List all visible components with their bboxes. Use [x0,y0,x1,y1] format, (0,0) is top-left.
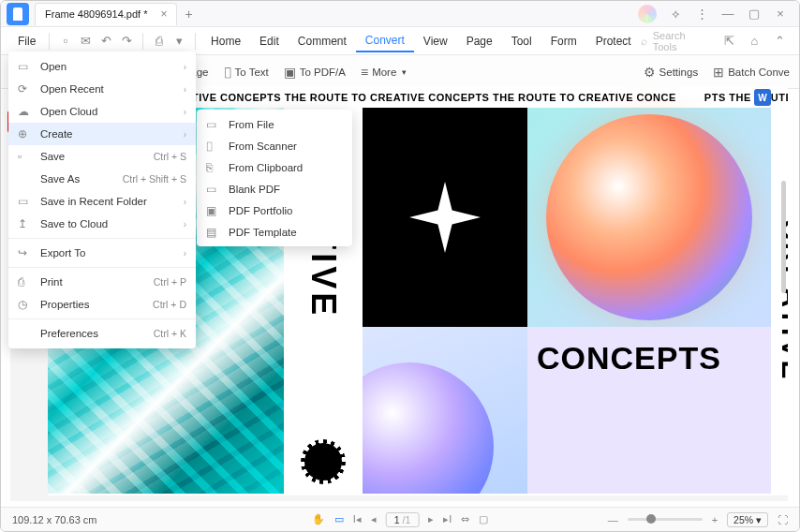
menu-item-icon: ▤ [206,226,219,239]
fullscreen-icon[interactable]: ⛶ [778,514,788,525]
dropdown-icon[interactable]: ▾ [170,34,190,48]
window-controls: ⟡ ⋮ — ▢ × [638,5,799,23]
tab-title: Frame 48096914.pdf * [45,8,147,20]
share-icon[interactable]: ⇱ [719,34,739,48]
to-text-button[interactable]: ⌷To Text [224,65,269,80]
next-page-icon[interactable]: ▸ [428,513,434,525]
prev-page-icon[interactable]: ◂ [371,513,377,525]
concepts-text: CONCEPTS [537,340,721,377]
menu-item-icon: ☁ [18,105,31,118]
file-menu-save-in-recent-folder[interactable]: ▭Save in Recent Folder› [8,190,196,213]
settings-button[interactable]: ⚙Settings [644,65,699,80]
cloud-icon[interactable]: ⌂ [745,34,764,48]
menu-item-icon: ▫ [18,150,31,163]
create-menu-from-scanner[interactable]: ⌷From Scanner [197,135,352,156]
menu-home[interactable]: Home [201,31,250,52]
create-menu-pdf-portfolio[interactable]: ▣PDF Portfolio [197,200,352,221]
file-menu-export-to[interactable]: ↪Export To› [8,242,196,264]
file-menu-open-cloud[interactable]: ☁Open Cloud› [8,100,196,123]
menu-item-icon: ⟳ [18,82,31,96]
sphere-art [546,114,752,320]
search-tools[interactable]: ⌕ Search Tools ⇱ ⌂ ⌃ [641,30,790,52]
menu-item-icon: ↥ [18,217,31,230]
file-menu-preferences[interactable]: PreferencesCtrl + K [8,322,196,345]
file-menu-open-recent[interactable]: ⟳Open Recent› [8,78,196,100]
new-tab-button[interactable]: + [185,7,192,22]
menu-edit[interactable]: Edit [250,31,289,52]
menu-item-icon: ⎘ [206,161,219,174]
menu-form[interactable]: Form [541,31,586,52]
menu-tool[interactable]: Tool [502,31,541,52]
kebab-icon[interactable]: ⋮ [694,7,709,21]
menu-item-icon: ⎙ [18,275,31,288]
file-menu-save-as[interactable]: Save AsCtrl + Shift + S [8,168,196,190]
search-placeholder: Search Tools [653,30,704,52]
pdfa-icon: ▣ [284,65,296,80]
menu-item-icon: ▣ [206,204,219,217]
chevron-right-icon: › [184,248,186,259]
more-icon: ≡ [361,65,368,80]
close-button[interactable]: × [773,7,788,21]
create-menu-from-file[interactable]: ▭From File [197,113,352,135]
file-menu-save[interactable]: ▫SaveCtrl + S [8,145,196,168]
save-icon[interactable]: ▫ [55,34,76,48]
search-icon: ⌕ [641,35,647,48]
fit-page-icon[interactable]: ▢ [479,513,488,525]
gear-icon: ⚙ [644,65,656,80]
chevron-right-icon: › [184,197,186,207]
to-pdfa-button[interactable]: ▣To PDF/A [284,65,346,80]
tab-close-icon[interactable]: × [160,7,167,21]
file-menu-properties[interactable]: ◷PropertiesCtrl + D [8,293,196,316]
fit-width-icon[interactable]: ⇔ [461,513,469,525]
vertical-scrollbar[interactable] [781,181,786,293]
file-menu-print[interactable]: ⎙PrintCtrl + P [8,271,196,293]
menu-convert[interactable]: Convert [356,30,414,52]
redo-icon[interactable]: ↷ [116,34,137,48]
chevron-right-icon: › [184,84,186,95]
creative-column-2: CREATIVE [771,108,788,494]
app-logo [7,3,29,25]
ai-icon[interactable] [638,5,657,23]
maximize-button[interactable]: ▢ [747,7,762,21]
zoom-slider[interactable] [628,518,703,521]
menu-page[interactable]: Page [457,31,502,52]
create-menu-pdf-template[interactable]: ▤PDF Template [197,221,352,243]
feedback-icon[interactable]: ⟡ [668,7,683,22]
batch-convert-button[interactable]: ⊞Batch Conve [713,65,790,80]
menu-file[interactable]: File [10,31,43,52]
menu-item-icon: ▭ [206,118,219,131]
create-menu-from-clipboard[interactable]: ⎘From Clipboard [197,156,352,178]
file-menu-open[interactable]: ▭Open› [8,55,196,78]
chevron-right-icon: › [184,107,186,117]
collapse-icon[interactable]: ⌃ [770,34,790,48]
create-menu-blank-pdf[interactable]: ▭Blank PDF [197,178,352,200]
hand-tool-icon[interactable]: ✋ [312,513,325,525]
file-menu-save-to-cloud[interactable]: ↥Save to Cloud› [8,213,196,235]
sphere-tile [527,108,771,327]
last-page-icon[interactable]: ▸I [443,513,452,525]
minimize-button[interactable]: — [720,7,735,21]
zoom-out-button[interactable]: — [608,514,618,525]
more-button[interactable]: ≡More▾ [361,65,407,80]
document-tab[interactable]: Frame 48096914.pdf * × [35,3,177,25]
zoom-controls: — + 25% ▾ ⛶ [608,512,788,527]
menu-item-icon: ◷ [18,298,31,311]
undo-icon[interactable]: ↶ [96,34,117,48]
batch-icon: ⊞ [713,65,724,80]
zoom-in-button[interactable]: + [712,514,718,525]
page-input[interactable]: 1 /1 [386,512,420,527]
sparkle-icon [409,182,481,253]
mail-icon[interactable]: ✉ [76,34,96,48]
zoom-value[interactable]: 25% ▾ [727,512,768,527]
word-badge-icon[interactable]: W [754,89,771,106]
create-submenu: ▭From File⌷From Scanner⎘From Clipboard▭B… [197,110,352,246]
first-page-icon[interactable]: I◂ [353,513,362,525]
select-tool-icon[interactable]: ▭ [334,513,344,525]
file-menu-create[interactable]: ⊕Create› [8,123,196,145]
print-icon[interactable]: ⎙ [149,34,170,48]
menu-item-icon: ▭ [18,60,31,73]
chevron-right-icon: › [184,219,186,229]
menu-protect[interactable]: Protect [586,31,641,52]
menu-view[interactable]: View [414,31,457,52]
menu-comment[interactable]: Comment [289,31,356,52]
